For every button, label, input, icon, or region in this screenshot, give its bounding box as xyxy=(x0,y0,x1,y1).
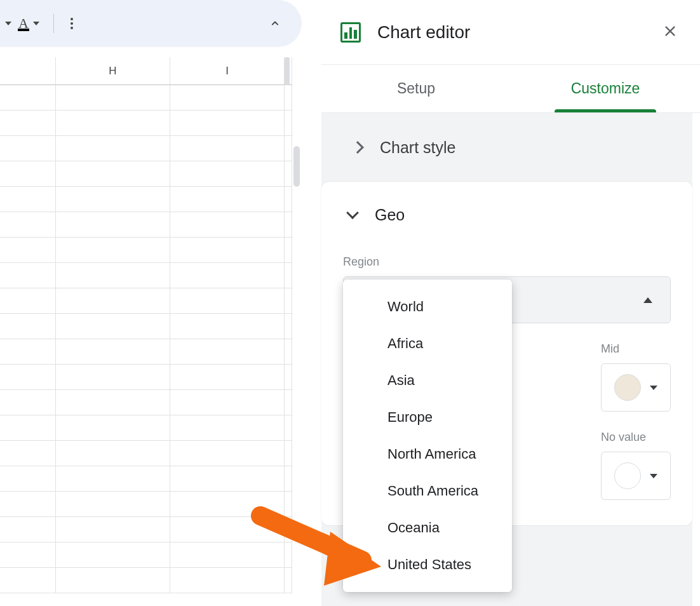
cell[interactable] xyxy=(0,466,56,492)
region-option[interactable]: Africa xyxy=(343,325,512,362)
cell[interactable] xyxy=(170,111,285,136)
cell[interactable] xyxy=(170,263,285,288)
table-row[interactable] xyxy=(0,187,302,212)
section-geo-header[interactable]: Geo xyxy=(321,182,692,248)
table-row[interactable] xyxy=(0,390,302,415)
cell[interactable] xyxy=(56,212,170,238)
cell[interactable] xyxy=(170,85,285,111)
table-row[interactable] xyxy=(0,238,302,263)
cell[interactable] xyxy=(56,365,170,390)
column-header-h[interactable]: H xyxy=(56,57,170,85)
cell[interactable] xyxy=(0,517,56,542)
cell[interactable] xyxy=(0,568,56,593)
cell[interactable] xyxy=(170,568,285,593)
cell[interactable] xyxy=(170,161,285,187)
cell[interactable] xyxy=(0,136,56,161)
table-row[interactable] xyxy=(0,136,302,161)
cell[interactable] xyxy=(0,415,56,441)
collapse-toolbar-button[interactable] xyxy=(266,15,284,32)
table-row[interactable] xyxy=(0,415,302,441)
cell[interactable] xyxy=(56,339,170,365)
cell[interactable] xyxy=(285,212,292,238)
table-row[interactable] xyxy=(0,542,302,568)
table-row[interactable] xyxy=(0,492,302,517)
cell[interactable] xyxy=(170,339,285,365)
cell[interactable] xyxy=(0,542,56,568)
cell[interactable] xyxy=(170,136,285,161)
spreadsheet-grid[interactable]: H I xyxy=(0,57,302,606)
region-option[interactable]: United States xyxy=(343,546,512,583)
cell[interactable] xyxy=(56,415,170,441)
cell[interactable] xyxy=(285,415,292,441)
cell[interactable] xyxy=(0,441,56,466)
table-row[interactable] xyxy=(0,85,302,111)
text-color-button[interactable]: A xyxy=(17,0,44,47)
column-header[interactable] xyxy=(0,57,56,85)
cell[interactable] xyxy=(56,390,170,415)
table-row[interactable] xyxy=(0,314,302,339)
mid-color-picker[interactable] xyxy=(601,363,671,412)
table-row[interactable] xyxy=(0,466,302,492)
cell[interactable] xyxy=(285,466,292,492)
toolbar-prev-dropdown[interactable] xyxy=(3,0,17,47)
cell[interactable] xyxy=(170,314,285,339)
cell[interactable] xyxy=(285,85,292,111)
region-option[interactable]: World xyxy=(343,288,512,325)
region-option[interactable]: Oceania xyxy=(343,509,512,546)
cell[interactable] xyxy=(0,492,56,517)
column-resize-handle[interactable] xyxy=(285,57,290,85)
cell[interactable] xyxy=(285,390,292,415)
cell[interactable] xyxy=(285,441,292,466)
table-row[interactable] xyxy=(0,161,302,187)
cell[interactable] xyxy=(170,542,285,568)
cell[interactable] xyxy=(0,365,56,390)
cell[interactable] xyxy=(285,542,292,568)
tab-setup[interactable]: Setup xyxy=(321,65,511,112)
cell[interactable] xyxy=(56,568,170,593)
cell[interactable] xyxy=(285,288,292,314)
cell[interactable] xyxy=(0,212,56,238)
cell[interactable] xyxy=(170,238,285,263)
cell[interactable] xyxy=(170,441,285,466)
cell[interactable] xyxy=(56,187,170,212)
cell[interactable] xyxy=(56,111,170,136)
cell[interactable] xyxy=(285,314,292,339)
cell[interactable] xyxy=(0,263,56,288)
cell[interactable] xyxy=(170,517,285,542)
table-row[interactable] xyxy=(0,339,302,365)
table-row[interactable] xyxy=(0,517,302,542)
cell[interactable] xyxy=(56,263,170,288)
cell[interactable] xyxy=(170,466,285,492)
table-row[interactable] xyxy=(0,263,302,288)
cell[interactable] xyxy=(56,85,170,111)
cell[interactable] xyxy=(170,288,285,314)
cell[interactable] xyxy=(170,415,285,441)
cell[interactable] xyxy=(56,161,170,187)
more-toolbar-button[interactable] xyxy=(63,15,81,32)
cell[interactable] xyxy=(56,517,170,542)
cell[interactable] xyxy=(170,187,285,212)
cell[interactable] xyxy=(285,568,292,593)
cell[interactable] xyxy=(170,390,285,415)
novalue-color-picker[interactable] xyxy=(601,452,671,500)
cell[interactable] xyxy=(285,161,292,187)
table-row[interactable] xyxy=(0,568,302,593)
cell[interactable] xyxy=(56,492,170,517)
cell[interactable] xyxy=(285,238,292,263)
cell[interactable] xyxy=(0,111,56,136)
cell[interactable] xyxy=(0,85,56,111)
cell[interactable] xyxy=(170,365,285,390)
cell[interactable] xyxy=(0,390,56,415)
cell[interactable] xyxy=(285,111,292,136)
cell[interactable] xyxy=(285,263,292,288)
region-option[interactable]: South America xyxy=(343,473,512,509)
cell[interactable] xyxy=(56,238,170,263)
cell[interactable] xyxy=(0,339,56,365)
cell[interactable] xyxy=(56,466,170,492)
cell[interactable] xyxy=(170,492,285,517)
cell[interactable] xyxy=(285,136,292,161)
cell[interactable] xyxy=(285,492,292,517)
cell[interactable] xyxy=(0,161,56,187)
cell[interactable] xyxy=(56,136,170,161)
region-option[interactable]: Europe xyxy=(343,399,512,436)
